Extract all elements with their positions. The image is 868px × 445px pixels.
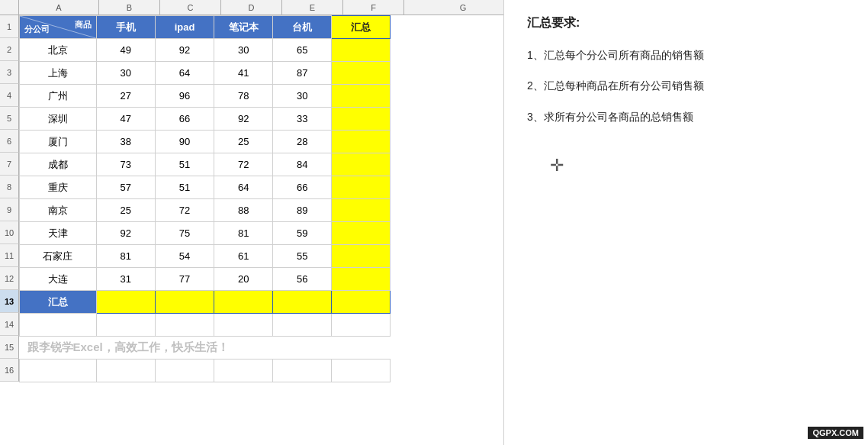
cell-a1[interactable]: 商品 分公司 — [20, 16, 97, 39]
requirements-title: 汇总要求: — [527, 15, 847, 31]
cell-c2[interactable]: 92 — [155, 39, 214, 62]
cell-c7[interactable]: 51 — [155, 153, 214, 176]
cell-b12[interactable]: 31 — [96, 268, 155, 291]
row-num-9: 9 — [0, 198, 19, 221]
summary-c13[interactable] — [155, 291, 214, 314]
cell-e8[interactable]: 66 — [273, 176, 332, 199]
cell-d8[interactable]: 64 — [214, 176, 273, 199]
col-header-f[interactable]: F — [343, 0, 404, 15]
cell-e7[interactable]: 84 — [273, 153, 332, 176]
col-header-c[interactable]: C — [160, 0, 221, 15]
col-header-b[interactable]: B — [99, 0, 160, 15]
cell-f10[interactable] — [332, 222, 391, 245]
cell-f6[interactable] — [332, 131, 391, 153]
cell-d10[interactable]: 81 — [214, 222, 273, 245]
cell-f2[interactable] — [332, 39, 391, 62]
city-chongqing[interactable]: 重庆 — [20, 176, 97, 199]
table-row: 重庆 57 51 64 66 — [20, 176, 503, 199]
summary-d13[interactable] — [214, 291, 273, 314]
cell-f9[interactable] — [332, 199, 391, 222]
cell-e2[interactable]: 65 — [273, 39, 332, 62]
city-tianjin[interactable]: 天津 — [20, 222, 97, 245]
summary-label[interactable]: 汇总 — [20, 291, 97, 314]
cell-e9[interactable]: 89 — [273, 199, 332, 222]
cell-d3[interactable]: 41 — [214, 62, 273, 85]
cell-a16 — [20, 360, 97, 382]
cell-c12[interactable]: 77 — [155, 268, 214, 291]
cell-b5[interactable]: 47 — [96, 108, 155, 131]
cell-b8[interactable]: 57 — [96, 176, 155, 199]
cell-c11[interactable]: 54 — [155, 245, 214, 268]
cell-f4[interactable] — [332, 85, 391, 108]
city-nanjing[interactable]: 南京 — [20, 199, 97, 222]
cell-e12[interactable]: 56 — [273, 268, 332, 291]
cell-g4 — [391, 85, 503, 108]
row-num-12: 12 — [0, 267, 19, 290]
row-num-4: 4 — [0, 84, 19, 107]
cell-e11[interactable]: 55 — [273, 245, 332, 268]
cell-e10[interactable]: 59 — [273, 222, 332, 245]
requirement-item-2: 2、汇总每种商品在所有分公司销售额 — [527, 77, 847, 94]
header-row: 商品 分公司 手机 ipad 笔记本 台机 汇总 — [20, 16, 503, 39]
cell-c5[interactable]: 66 — [155, 108, 214, 131]
col-header-a[interactable]: A — [19, 0, 99, 15]
row-num-1: 1 — [0, 15, 19, 38]
cell-c3[interactable]: 64 — [155, 62, 214, 85]
cell-d11[interactable]: 61 — [214, 245, 273, 268]
cell-f5[interactable] — [332, 108, 391, 131]
cell-e6[interactable]: 28 — [273, 131, 332, 153]
requirement-item-1: 1、汇总每个分公司所有商品的销售额 — [527, 47, 847, 63]
cell-c8[interactable]: 51 — [155, 176, 214, 199]
cell-e16 — [273, 360, 332, 382]
summary-f13[interactable] — [332, 291, 391, 314]
cell-f3[interactable] — [332, 62, 391, 85]
summary-b13[interactable] — [96, 291, 155, 314]
summary-e13[interactable] — [273, 291, 332, 314]
city-xiamen[interactable]: 厦门 — [20, 131, 97, 153]
row-num-13: 13 — [0, 290, 19, 313]
cell-b6[interactable]: 38 — [96, 131, 155, 153]
city-beijing[interactable]: 北京 — [20, 39, 97, 62]
cell-d7[interactable]: 72 — [214, 153, 273, 176]
row-num-8: 8 — [0, 176, 19, 198]
cell-e5[interactable]: 33 — [273, 108, 332, 131]
cell-b11[interactable]: 81 — [96, 245, 155, 268]
city-shenzhen[interactable]: 深圳 — [20, 108, 97, 131]
cell-c6[interactable]: 90 — [155, 131, 214, 153]
col-header-d[interactable]: D — [221, 0, 282, 15]
data-area: 商品 分公司 手机 ipad 笔记本 台机 汇总 — [19, 15, 503, 445]
city-shanghai[interactable]: 上海 — [20, 62, 97, 85]
header-d1: 笔记本 — [214, 16, 273, 39]
main-row: A B C D E F G 1 2 3 4 5 6 7 — [0, 0, 868, 445]
cell-d9[interactable]: 88 — [214, 199, 273, 222]
cell-c10[interactable]: 75 — [155, 222, 214, 245]
cell-f12[interactable] — [332, 268, 391, 291]
cell-c9[interactable]: 72 — [155, 199, 214, 222]
cell-d2[interactable]: 30 — [214, 39, 273, 62]
cell-d12[interactable]: 20 — [214, 268, 273, 291]
cell-b4[interactable]: 27 — [96, 85, 155, 108]
cell-d4[interactable]: 78 — [214, 85, 273, 108]
left-panel: A B C D E F G 1 2 3 4 5 6 7 — [0, 0, 503, 445]
cell-e4[interactable]: 30 — [273, 85, 332, 108]
city-guangzhou[interactable]: 广州 — [20, 85, 97, 108]
cell-e14 — [273, 314, 332, 337]
col-header-e[interactable]: E — [282, 0, 343, 15]
cell-f11[interactable] — [332, 245, 391, 268]
cell-c4[interactable]: 96 — [155, 85, 214, 108]
cell-b9[interactable]: 25 — [96, 199, 155, 222]
cell-g12 — [391, 268, 503, 291]
cell-b7[interactable]: 73 — [96, 153, 155, 176]
city-dalian[interactable]: 大连 — [20, 268, 97, 291]
cell-b2[interactable]: 49 — [96, 39, 155, 62]
cell-d5[interactable]: 92 — [214, 108, 273, 131]
cell-b3[interactable]: 30 — [96, 62, 155, 85]
cell-b10[interactable]: 92 — [96, 222, 155, 245]
cell-e3[interactable]: 87 — [273, 62, 332, 85]
cell-f7[interactable] — [332, 153, 391, 176]
cell-d6[interactable]: 25 — [214, 131, 273, 153]
city-chengdu[interactable]: 成都 — [20, 153, 97, 176]
header-e1: 台机 — [273, 16, 332, 39]
city-shijiazhuang[interactable]: 石家庄 — [20, 245, 97, 268]
cell-f8[interactable] — [332, 176, 391, 199]
